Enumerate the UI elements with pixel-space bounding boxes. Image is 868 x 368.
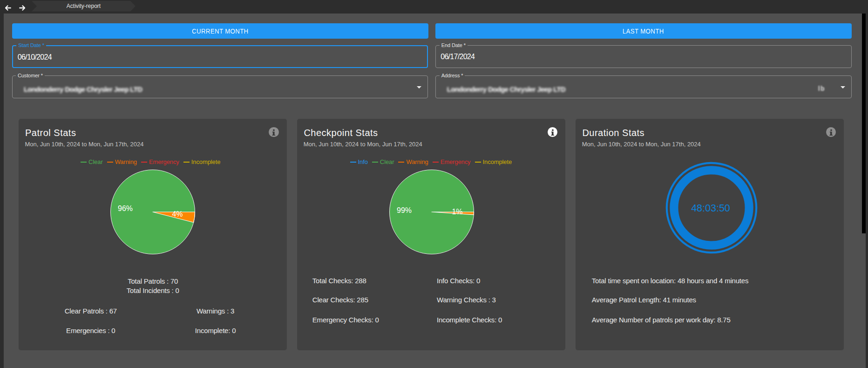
svg-text:48:03:50: 48:03:50 <box>691 203 730 214</box>
